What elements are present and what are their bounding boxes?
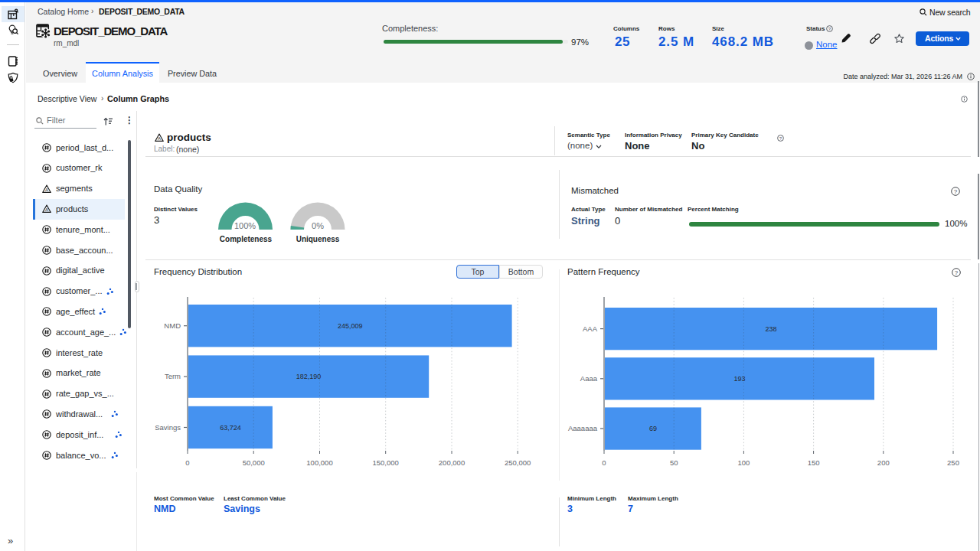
- svg-text:63,724: 63,724: [220, 424, 241, 432]
- svg-text:Savings: Savings: [155, 423, 181, 432]
- svg-text:250: 250: [947, 458, 959, 467]
- svg-text:AAA: AAA: [583, 324, 598, 333]
- svg-text:150,000: 150,000: [373, 458, 399, 467]
- svg-text:0: 0: [602, 458, 606, 467]
- svg-text:238: 238: [766, 325, 777, 333]
- svg-text:250,000: 250,000: [505, 458, 531, 467]
- svg-text:182,190: 182,190: [296, 373, 322, 380]
- svg-text:200: 200: [877, 458, 890, 467]
- svg-text:100,000: 100,000: [306, 458, 332, 467]
- svg-text:Aaaaaaa: Aaaaaaa: [568, 424, 598, 432]
- svg-text:0: 0: [185, 458, 189, 467]
- svg-text:Term: Term: [165, 372, 181, 380]
- svg-text:245,009: 245,009: [338, 322, 363, 330]
- svg-text:100: 100: [737, 458, 750, 467]
- svg-text:Aaaa: Aaaa: [580, 374, 598, 383]
- svg-text:NMD: NMD: [164, 321, 181, 330]
- svg-text:150: 150: [808, 458, 820, 467]
- svg-text:69: 69: [649, 425, 657, 432]
- svg-text:193: 193: [733, 375, 745, 383]
- svg-text:50: 50: [670, 458, 678, 467]
- svg-text:200,000: 200,000: [439, 458, 465, 467]
- svg-text:50,000: 50,000: [243, 458, 265, 467]
